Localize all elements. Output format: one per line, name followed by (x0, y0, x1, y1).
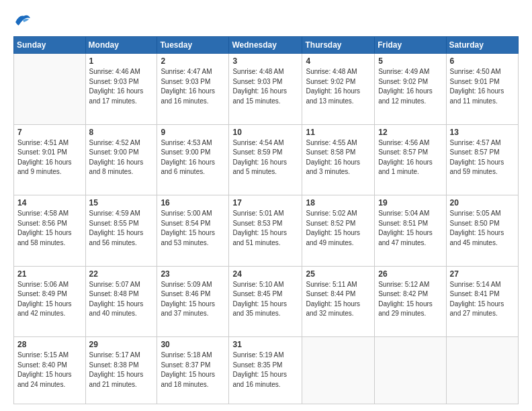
calendar-cell: 9Sunrise: 4:53 AM Sunset: 9:00 PM Daylig… (157, 124, 229, 195)
calendar-cell: 13Sunrise: 4:57 AM Sunset: 8:57 PM Dayli… (446, 124, 518, 195)
day-number: 17 (232, 198, 298, 208)
day-number: 24 (232, 269, 298, 279)
calendar-cell: 15Sunrise: 4:59 AM Sunset: 8:55 PM Dayli… (85, 195, 157, 267)
day-number: 7 (17, 128, 82, 137)
calendar-cell: 22Sunrise: 5:07 AM Sunset: 8:48 PM Dayli… (85, 266, 157, 337)
day-info: Sunrise: 5:12 AM Sunset: 8:42 PM Dayligh… (378, 280, 442, 319)
day-number: 15 (89, 198, 154, 208)
day-info: Sunrise: 5:09 AM Sunset: 8:46 PM Dayligh… (161, 280, 225, 319)
day-info: Sunrise: 4:49 AM Sunset: 9:02 PM Dayligh… (378, 67, 442, 106)
day-number: 1 (89, 56, 154, 66)
day-number: 20 (450, 198, 515, 208)
calendar-cell: 23Sunrise: 5:09 AM Sunset: 8:46 PM Dayli… (157, 266, 229, 337)
day-number: 6 (450, 56, 515, 66)
day-info: Sunrise: 4:48 AM Sunset: 9:03 PM Dayligh… (232, 67, 298, 106)
day-info: Sunrise: 5:00 AM Sunset: 8:54 PM Dayligh… (161, 209, 225, 248)
day-info: Sunrise: 4:47 AM Sunset: 9:03 PM Dayligh… (161, 67, 225, 106)
day-number: 2 (161, 56, 225, 66)
day-info: Sunrise: 4:46 AM Sunset: 9:03 PM Dayligh… (89, 67, 154, 106)
calendar-cell: 12Sunrise: 4:56 AM Sunset: 8:57 PM Dayli… (375, 124, 446, 195)
page: Sunday Monday Tuesday Wednesday Thursday… (0, 0, 532, 411)
day-info: Sunrise: 5:17 AM Sunset: 8:38 PM Dayligh… (89, 351, 154, 390)
day-number: 18 (306, 198, 371, 208)
calendar-cell (446, 337, 518, 404)
day-info: Sunrise: 4:58 AM Sunset: 8:56 PM Dayligh… (17, 209, 82, 248)
day-info: Sunrise: 4:51 AM Sunset: 9:01 PM Dayligh… (17, 138, 82, 177)
calendar-cell: 1Sunrise: 4:46 AM Sunset: 9:03 PM Daylig… (85, 54, 157, 125)
day-number: 19 (378, 198, 442, 208)
calendar-cell: 10Sunrise: 4:54 AM Sunset: 8:59 PM Dayli… (229, 124, 302, 195)
calendar-cell: 29Sunrise: 5:17 AM Sunset: 8:38 PM Dayli… (85, 337, 157, 404)
calendar-cell: 4Sunrise: 4:48 AM Sunset: 9:02 PM Daylig… (302, 54, 375, 125)
calendar-cell: 19Sunrise: 5:04 AM Sunset: 8:51 PM Dayli… (375, 195, 446, 267)
day-number: 22 (89, 269, 154, 279)
calendar-cell: 30Sunrise: 5:18 AM Sunset: 8:37 PM Dayli… (157, 337, 229, 404)
day-info: Sunrise: 5:02 AM Sunset: 8:52 PM Dayligh… (306, 209, 371, 248)
day-number: 27 (450, 269, 515, 279)
calendar-cell: 21Sunrise: 5:06 AM Sunset: 8:49 PM Dayli… (14, 266, 86, 337)
day-info: Sunrise: 4:53 AM Sunset: 9:00 PM Dayligh… (161, 138, 225, 177)
day-number: 10 (232, 128, 298, 137)
day-info: Sunrise: 5:18 AM Sunset: 8:37 PM Dayligh… (161, 351, 225, 390)
header (13, 11, 519, 30)
calendar-cell: 31Sunrise: 5:19 AM Sunset: 8:35 PM Dayli… (229, 337, 302, 404)
day-number: 5 (378, 56, 442, 66)
col-friday: Friday (375, 37, 446, 54)
day-number: 26 (378, 269, 442, 279)
day-info: Sunrise: 5:19 AM Sunset: 8:35 PM Dayligh… (232, 351, 298, 390)
col-monday: Monday (85, 37, 157, 54)
day-info: Sunrise: 5:05 AM Sunset: 8:50 PM Dayligh… (450, 209, 515, 248)
day-info: Sunrise: 4:54 AM Sunset: 8:59 PM Dayligh… (232, 138, 298, 177)
calendar-cell: 25Sunrise: 5:11 AM Sunset: 8:44 PM Dayli… (302, 266, 375, 337)
day-info: Sunrise: 5:11 AM Sunset: 8:44 PM Dayligh… (306, 280, 371, 319)
calendar-cell: 26Sunrise: 5:12 AM Sunset: 8:42 PM Dayli… (375, 266, 446, 337)
day-number: 31 (232, 340, 298, 349)
calendar-cell: 11Sunrise: 4:55 AM Sunset: 8:58 PM Dayli… (302, 124, 375, 195)
day-number: 21 (17, 269, 82, 279)
calendar-cell: 14Sunrise: 4:58 AM Sunset: 8:56 PM Dayli… (14, 195, 86, 267)
calendar-cell: 8Sunrise: 4:52 AM Sunset: 9:00 PM Daylig… (85, 124, 157, 195)
col-wednesday: Wednesday (229, 37, 302, 54)
calendar-cell: 16Sunrise: 5:00 AM Sunset: 8:54 PM Dayli… (157, 195, 229, 267)
day-info: Sunrise: 5:07 AM Sunset: 8:48 PM Dayligh… (89, 280, 154, 319)
day-info: Sunrise: 5:14 AM Sunset: 8:41 PM Dayligh… (450, 280, 515, 319)
day-info: Sunrise: 5:06 AM Sunset: 8:49 PM Dayligh… (17, 280, 82, 319)
day-number: 13 (450, 128, 515, 137)
calendar-cell: 27Sunrise: 5:14 AM Sunset: 8:41 PM Dayli… (446, 266, 518, 337)
day-number: 9 (161, 128, 225, 137)
day-info: Sunrise: 4:59 AM Sunset: 8:55 PM Dayligh… (89, 209, 154, 248)
col-tuesday: Tuesday (157, 37, 229, 54)
calendar-cell: 2Sunrise: 4:47 AM Sunset: 9:03 PM Daylig… (157, 54, 229, 125)
day-info: Sunrise: 5:01 AM Sunset: 8:53 PM Dayligh… (232, 209, 298, 248)
day-info: Sunrise: 5:15 AM Sunset: 8:40 PM Dayligh… (17, 351, 82, 390)
calendar-cell: 17Sunrise: 5:01 AM Sunset: 8:53 PM Dayli… (229, 195, 302, 267)
day-number: 8 (89, 128, 154, 137)
logo-icon (13, 11, 32, 30)
logo (13, 11, 35, 30)
calendar-table: Sunday Monday Tuesday Wednesday Thursday… (13, 36, 519, 404)
day-info: Sunrise: 4:50 AM Sunset: 9:01 PM Dayligh… (450, 67, 515, 106)
calendar-cell: 24Sunrise: 5:10 AM Sunset: 8:45 PM Dayli… (229, 266, 302, 337)
calendar-cell: 5Sunrise: 4:49 AM Sunset: 9:02 PM Daylig… (375, 54, 446, 125)
day-info: Sunrise: 4:55 AM Sunset: 8:58 PM Dayligh… (306, 138, 371, 177)
day-number: 4 (306, 56, 371, 66)
day-number: 23 (161, 269, 225, 279)
calendar-cell: 18Sunrise: 5:02 AM Sunset: 8:52 PM Dayli… (302, 195, 375, 267)
calendar-cell: 3Sunrise: 4:48 AM Sunset: 9:03 PM Daylig… (229, 54, 302, 125)
day-number: 30 (161, 340, 225, 349)
day-info: Sunrise: 5:04 AM Sunset: 8:51 PM Dayligh… (378, 209, 442, 248)
day-info: Sunrise: 4:48 AM Sunset: 9:02 PM Dayligh… (306, 67, 371, 106)
col-sunday: Sunday (14, 37, 86, 54)
day-info: Sunrise: 4:52 AM Sunset: 9:00 PM Dayligh… (89, 138, 154, 177)
day-number: 25 (306, 269, 371, 279)
day-info: Sunrise: 5:10 AM Sunset: 8:45 PM Dayligh… (232, 280, 298, 319)
col-saturday: Saturday (446, 37, 518, 54)
day-number: 28 (17, 340, 82, 349)
calendar-header-row: Sunday Monday Tuesday Wednesday Thursday… (14, 37, 519, 54)
day-info: Sunrise: 4:57 AM Sunset: 8:57 PM Dayligh… (450, 138, 515, 177)
calendar-cell (375, 337, 446, 404)
calendar-cell: 7Sunrise: 4:51 AM Sunset: 9:01 PM Daylig… (14, 124, 86, 195)
calendar-cell (302, 337, 375, 404)
calendar-cell (14, 54, 86, 125)
calendar-cell: 28Sunrise: 5:15 AM Sunset: 8:40 PM Dayli… (14, 337, 86, 404)
